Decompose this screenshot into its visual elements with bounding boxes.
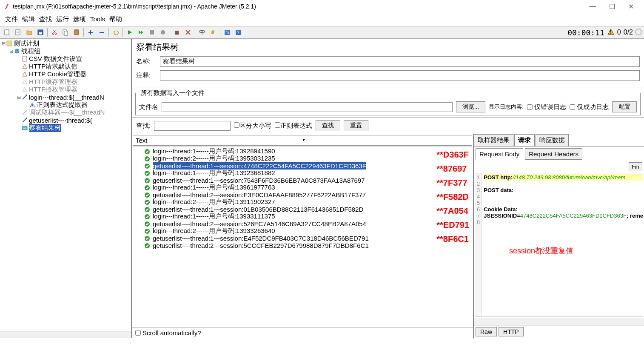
success-only-checkbox[interactable] — [570, 104, 575, 110]
find-button[interactable]: Fin — [629, 162, 642, 171]
result-item[interactable]: getuserlist----thread:2---session:E3E0CD… — [134, 191, 471, 198]
name-label: 名称: — [136, 57, 157, 66]
result-item[interactable]: login---thread:1------用户号码:13961977763 — [134, 184, 471, 191]
maximize-button[interactable]: ☐ — [602, 3, 621, 11]
text-dropdown[interactable]: Text▾ — [133, 135, 472, 146]
close-button[interactable]: ✕ — [621, 3, 641, 11]
svg-rect-11 — [64, 31, 68, 35]
menu-tools[interactable]: Tools — [88, 14, 107, 24]
clear-icon[interactable] — [172, 27, 182, 37]
tree-test-plan[interactable]: ⊟测试计划 — [1, 40, 130, 47]
subtab-headers[interactable]: Request Headers — [525, 148, 582, 160]
tree-csv[interactable]: CSV 数据文件设置 — [1, 55, 130, 63]
activity-icon — [635, 28, 642, 37]
result-item[interactable]: login---thread:2------用户号码:13911902327 — [134, 198, 471, 206]
result-item[interactable]: login---thread:2------用户号码:13953031235 — [134, 155, 471, 162]
remove-icon[interactable] — [97, 27, 107, 37]
result-item[interactable]: getuserlist----thread:2---session:5CCCFE… — [134, 242, 471, 249]
result-item[interactable]: getuserlist----thread:1---session:E4F52D… — [134, 235, 471, 242]
svg-line-23 — [202, 33, 202, 34]
add-icon[interactable] — [85, 27, 96, 37]
result-item[interactable]: getuserlist----thread:2---session:526EC7… — [134, 220, 471, 227]
menu-file[interactable]: 文件 — [3, 14, 20, 24]
undo-icon[interactable] — [111, 27, 121, 37]
case-checkbox[interactable] — [234, 122, 239, 128]
file-legend: 所有数据写入一个文件 — [139, 89, 206, 97]
svg-text:!: ! — [610, 30, 611, 34]
tree-getuser[interactable]: getuserlist----thread:${ — [1, 116, 130, 124]
result-item[interactable]: login---thread:1------用户号码:13928941590 — [134, 148, 471, 155]
reset-search-icon[interactable] — [208, 27, 218, 37]
tab-response[interactable]: 响应数据 — [536, 134, 569, 146]
menu-help[interactable]: 帮助 — [108, 14, 124, 24]
search-icon[interactable] — [197, 27, 207, 37]
svg-point-7 — [55, 33, 57, 34]
result-item[interactable]: getuserlist----thread:1---session:01B035… — [134, 206, 471, 213]
tab-request[interactable]: 请求 — [514, 134, 535, 146]
result-item[interactable]: getuserlist----thread:1---session:7543F6… — [134, 177, 471, 184]
start-no-pause-icon[interactable] — [136, 27, 146, 37]
open-icon[interactable] — [24, 27, 34, 37]
menu-options[interactable]: 选项 — [71, 14, 88, 24]
file-input[interactable] — [162, 102, 453, 112]
svg-point-31 — [15, 49, 19, 53]
minimize-button[interactable]: — — [583, 3, 602, 10]
search-button[interactable]: 查找 — [316, 120, 340, 131]
cut-icon[interactable] — [49, 27, 60, 37]
name-input[interactable] — [160, 56, 640, 67]
svg-point-35 — [26, 118, 27, 119]
svg-rect-13 — [75, 29, 78, 31]
errors-only-checkbox[interactable] — [527, 104, 533, 110]
tree-cache[interactable]: HTTP缓存管理器 — [1, 78, 130, 86]
result-item[interactable]: login---thread:1------用户号码:13923681882 — [134, 170, 471, 177]
shutdown-icon[interactable] — [158, 27, 168, 37]
warning-count: 0 — [617, 29, 621, 36]
menu-edit[interactable]: 编辑 — [20, 14, 37, 24]
save-icon[interactable] — [35, 27, 46, 37]
search-input[interactable] — [154, 121, 231, 131]
clear-all-icon[interactable] — [183, 27, 193, 37]
browse-button[interactable]: 浏览... — [456, 101, 486, 112]
function-helper-icon[interactable]: fn — [222, 27, 232, 37]
svg-rect-5 — [39, 32, 42, 34]
subtab-body[interactable]: Request Body — [476, 148, 523, 160]
left-scrollbar[interactable] — [0, 331, 131, 338]
tab-sampler[interactable]: 取样器结果 — [474, 134, 513, 146]
stop-icon[interactable] — [147, 27, 157, 37]
copy-icon[interactable] — [60, 27, 71, 37]
code-area[interactable]: 12345678 POST http://148.70.249.98:8080/… — [475, 173, 643, 317]
app-icon — [3, 3, 10, 10]
svg-rect-30 — [7, 41, 12, 46]
tree-cookie[interactable]: HTTP Cookie管理器 — [1, 70, 130, 78]
detail-scrollbar[interactable] — [474, 318, 644, 325]
start-icon[interactable] — [125, 27, 135, 37]
result-item[interactable]: login---thread:1------用户号码:13933111375 — [134, 213, 471, 220]
paste-icon[interactable] — [71, 27, 82, 37]
svg-point-33 — [26, 95, 27, 96]
tree-http-defaults[interactable]: HTTP请求默认值 — [1, 63, 130, 70]
result-item[interactable]: login---thread:2------用户号码:13933263640 — [134, 227, 471, 235]
comment-label: 注释: — [136, 72, 157, 80]
tree-results[interactable]: 察看结果树 — [1, 124, 130, 132]
tree-login[interactable]: ⊟login---thread:${__threadN — [1, 93, 130, 101]
configure-button[interactable]: 配置 — [612, 101, 637, 112]
tree-regex[interactable]: 正则表达式提取器 — [1, 101, 130, 109]
help-icon[interactable]: ? — [233, 27, 243, 37]
menu-run[interactable]: 运行 — [54, 14, 71, 24]
menu-search[interactable]: 查找 — [37, 14, 54, 24]
comment-input[interactable] — [160, 70, 640, 81]
tree-auth[interactable]: HTTP授权管理器 — [1, 86, 130, 93]
tree-debug[interactable]: 调试取样器----${__threadN — [1, 109, 130, 116]
regex-checkbox[interactable] — [275, 122, 280, 128]
raw-button[interactable]: Raw — [476, 327, 497, 336]
tree-thread-group[interactable]: ⊟线程组 — [1, 47, 130, 55]
file-label: 文件名 — [139, 103, 158, 111]
http-button[interactable]: HTTP — [499, 327, 524, 336]
svg-text:?: ? — [237, 30, 239, 35]
templates-icon[interactable] — [13, 27, 23, 37]
new-icon[interactable] — [2, 27, 12, 37]
result-item[interactable]: getuserlist----thread:1---session:4748C2… — [134, 162, 471, 170]
reset-button[interactable]: 重置 — [344, 120, 368, 131]
scroll-auto-checkbox[interactable] — [135, 330, 141, 336]
svg-point-34 — [31, 104, 33, 106]
